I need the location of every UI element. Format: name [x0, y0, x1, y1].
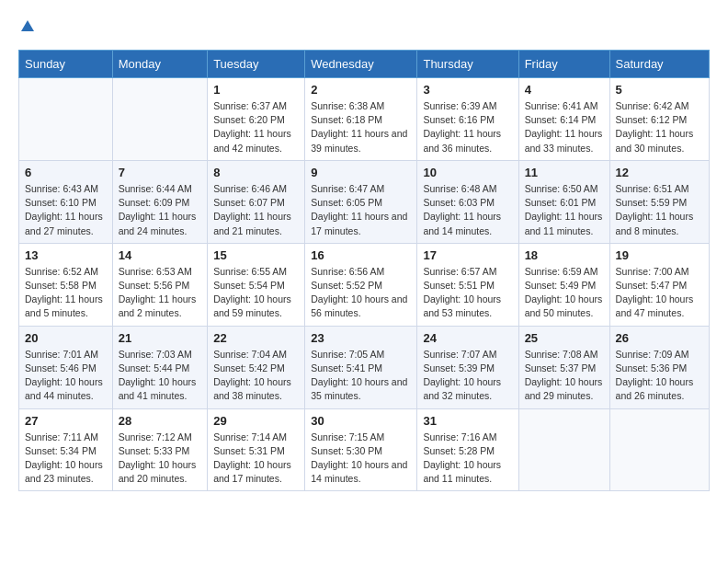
weekday-header: Saturday [609, 51, 709, 78]
day-info: Sunrise: 7:01 AM Sunset: 5:46 PM Dayligh… [25, 348, 107, 404]
day-info: Sunrise: 6:37 AM Sunset: 6:20 PM Dayligh… [213, 99, 299, 155]
day-info: Sunrise: 7:15 AM Sunset: 5:30 PM Dayligh… [311, 431, 411, 487]
day-info: Sunrise: 7:16 AM Sunset: 5:28 PM Dayligh… [423, 431, 512, 487]
calendar-cell: 4Sunrise: 6:41 AM Sunset: 6:14 PM Daylig… [518, 78, 609, 161]
day-info: Sunrise: 6:50 AM Sunset: 6:01 PM Dayligh… [525, 182, 604, 238]
day-info: Sunrise: 7:05 AM Sunset: 5:41 PM Dayligh… [311, 348, 411, 404]
day-info: Sunrise: 6:44 AM Sunset: 6:09 PM Dayligh… [119, 182, 201, 238]
calendar-cell: 23Sunrise: 7:05 AM Sunset: 5:41 PM Dayli… [305, 326, 417, 408]
calendar-cell: 15Sunrise: 6:55 AM Sunset: 5:54 PM Dayli… [208, 243, 305, 326]
weekday-header: Thursday [417, 51, 518, 78]
day-number: 10 [423, 166, 512, 179]
day-info: Sunrise: 6:47 AM Sunset: 6:05 PM Dayligh… [311, 182, 411, 238]
calendar-cell: 10Sunrise: 6:48 AM Sunset: 6:03 PM Dayli… [417, 160, 518, 243]
day-info: Sunrise: 6:52 AM Sunset: 5:58 PM Dayligh… [25, 265, 107, 321]
day-info: Sunrise: 7:14 AM Sunset: 5:31 PM Dayligh… [213, 431, 299, 487]
day-number: 2 [311, 83, 411, 97]
calendar-cell: 27Sunrise: 7:11 AM Sunset: 5:34 PM Dayli… [19, 408, 113, 491]
day-number: 3 [423, 83, 512, 97]
day-info: Sunrise: 7:00 AM Sunset: 5:47 PM Dayligh… [616, 265, 703, 321]
day-info: Sunrise: 7:03 AM Sunset: 5:44 PM Dayligh… [119, 348, 201, 404]
day-info: Sunrise: 6:48 AM Sunset: 6:03 PM Dayligh… [423, 182, 512, 238]
calendar-cell: 14Sunrise: 6:53 AM Sunset: 5:56 PM Dayli… [112, 243, 207, 326]
page-header [18, 18, 710, 35]
calendar-cell: 2Sunrise: 6:38 AM Sunset: 6:18 PM Daylig… [305, 78, 417, 161]
day-number: 16 [311, 248, 411, 262]
calendar-cell: 13Sunrise: 6:52 AM Sunset: 5:58 PM Dayli… [19, 243, 113, 326]
calendar-cell: 25Sunrise: 7:08 AM Sunset: 5:37 PM Dayli… [518, 326, 609, 408]
day-number: 1 [213, 83, 299, 97]
day-info: Sunrise: 6:59 AM Sunset: 5:49 PM Dayligh… [525, 265, 604, 321]
day-number: 7 [119, 166, 201, 179]
calendar-cell: 6Sunrise: 6:43 AM Sunset: 6:10 PM Daylig… [19, 160, 113, 243]
calendar-cell: 20Sunrise: 7:01 AM Sunset: 5:46 PM Dayli… [19, 326, 113, 408]
calendar-cell [609, 408, 709, 491]
day-number: 25 [525, 331, 604, 345]
day-info: Sunrise: 6:38 AM Sunset: 6:18 PM Dayligh… [311, 99, 411, 155]
day-info: Sunrise: 6:43 AM Sunset: 6:10 PM Dayligh… [25, 182, 107, 238]
day-info: Sunrise: 6:42 AM Sunset: 6:12 PM Dayligh… [616, 99, 703, 155]
calendar-cell: 11Sunrise: 6:50 AM Sunset: 6:01 PM Dayli… [518, 160, 609, 243]
day-number: 13 [25, 248, 107, 262]
calendar-cell: 16Sunrise: 6:56 AM Sunset: 5:52 PM Dayli… [305, 243, 417, 326]
day-info: Sunrise: 6:57 AM Sunset: 5:51 PM Dayligh… [423, 265, 512, 321]
day-number: 21 [119, 331, 201, 345]
day-info: Sunrise: 7:11 AM Sunset: 5:34 PM Dayligh… [25, 431, 107, 487]
day-number: 15 [213, 248, 299, 262]
day-info: Sunrise: 7:08 AM Sunset: 5:37 PM Dayligh… [525, 348, 604, 404]
day-number: 22 [213, 331, 299, 345]
calendar-cell: 21Sunrise: 7:03 AM Sunset: 5:44 PM Dayli… [112, 326, 207, 408]
weekday-header: Friday [518, 51, 609, 78]
day-number: 20 [25, 331, 107, 345]
calendar-cell: 29Sunrise: 7:14 AM Sunset: 5:31 PM Dayli… [208, 408, 305, 491]
day-number: 11 [525, 166, 604, 179]
day-number: 18 [525, 248, 604, 262]
calendar-table: SundayMondayTuesdayWednesdayThursdayFrid… [18, 50, 710, 491]
calendar-cell: 7Sunrise: 6:44 AM Sunset: 6:09 PM Daylig… [112, 160, 207, 243]
day-number: 30 [311, 414, 411, 428]
calendar-cell [112, 78, 207, 161]
calendar-cell: 30Sunrise: 7:15 AM Sunset: 5:30 PM Dayli… [305, 408, 417, 491]
weekday-header: Sunday [19, 51, 113, 78]
day-number: 19 [616, 248, 703, 262]
day-info: Sunrise: 6:55 AM Sunset: 5:54 PM Dayligh… [213, 265, 299, 321]
day-number: 14 [119, 248, 201, 262]
day-number: 28 [119, 414, 201, 428]
day-info: Sunrise: 6:46 AM Sunset: 6:07 PM Dayligh… [213, 182, 299, 238]
day-number: 24 [423, 331, 512, 345]
day-number: 26 [616, 331, 703, 345]
day-info: Sunrise: 6:51 AM Sunset: 5:59 PM Dayligh… [616, 182, 703, 238]
day-info: Sunrise: 6:53 AM Sunset: 5:56 PM Dayligh… [119, 265, 201, 321]
calendar-cell: 8Sunrise: 6:46 AM Sunset: 6:07 PM Daylig… [208, 160, 305, 243]
day-info: Sunrise: 6:39 AM Sunset: 6:16 PM Dayligh… [423, 99, 512, 155]
day-number: 9 [311, 166, 411, 179]
day-number: 27 [25, 414, 107, 428]
svg-marker-0 [21, 20, 34, 31]
calendar-cell: 17Sunrise: 6:57 AM Sunset: 5:51 PM Dayli… [417, 243, 518, 326]
day-number: 12 [616, 166, 703, 179]
day-info: Sunrise: 7:07 AM Sunset: 5:39 PM Dayligh… [423, 348, 512, 404]
calendar-cell: 12Sunrise: 6:51 AM Sunset: 5:59 PM Dayli… [609, 160, 709, 243]
calendar-cell: 28Sunrise: 7:12 AM Sunset: 5:33 PM Dayli… [112, 408, 207, 491]
day-info: Sunrise: 6:41 AM Sunset: 6:14 PM Dayligh… [525, 99, 604, 155]
calendar-cell: 1Sunrise: 6:37 AM Sunset: 6:20 PM Daylig… [208, 78, 305, 161]
calendar-cell: 24Sunrise: 7:07 AM Sunset: 5:39 PM Dayli… [417, 326, 518, 408]
calendar-cell: 19Sunrise: 7:00 AM Sunset: 5:47 PM Dayli… [609, 243, 709, 326]
day-number: 23 [311, 331, 411, 345]
calendar-cell: 26Sunrise: 7:09 AM Sunset: 5:36 PM Dayli… [609, 326, 709, 408]
calendar-cell: 5Sunrise: 6:42 AM Sunset: 6:12 PM Daylig… [609, 78, 709, 161]
calendar-cell: 31Sunrise: 7:16 AM Sunset: 5:28 PM Dayli… [417, 408, 518, 491]
day-number: 6 [25, 166, 107, 179]
calendar-cell: 22Sunrise: 7:04 AM Sunset: 5:42 PM Dayli… [208, 326, 305, 408]
day-info: Sunrise: 7:04 AM Sunset: 5:42 PM Dayligh… [213, 348, 299, 404]
day-number: 17 [423, 248, 512, 262]
calendar-cell: 18Sunrise: 6:59 AM Sunset: 5:49 PM Dayli… [518, 243, 609, 326]
day-number: 5 [616, 83, 703, 97]
calendar-cell: 9Sunrise: 6:47 AM Sunset: 6:05 PM Daylig… [305, 160, 417, 243]
day-number: 31 [423, 414, 512, 428]
logo [18, 18, 37, 35]
day-info: Sunrise: 6:56 AM Sunset: 5:52 PM Dayligh… [311, 265, 411, 321]
day-number: 29 [213, 414, 299, 428]
day-info: Sunrise: 7:09 AM Sunset: 5:36 PM Dayligh… [616, 348, 703, 404]
weekday-header: Wednesday [305, 51, 417, 78]
